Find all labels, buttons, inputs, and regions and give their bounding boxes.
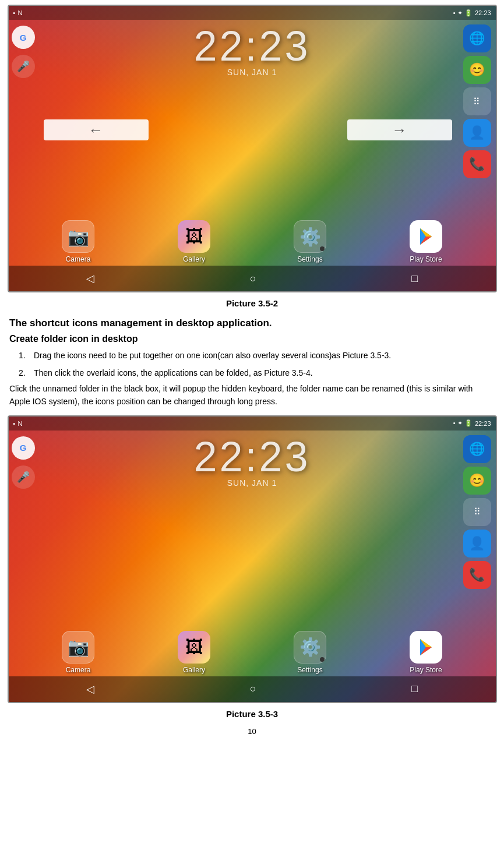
recent-btn-1[interactable]: □ [411,273,418,285]
globe-icon[interactable]: 🌐 [463,24,491,52]
clock-time-2: 22:23 [9,433,496,481]
signal-icon-2: N [17,420,22,427]
phone-icon[interactable]: 📞 [463,150,491,178]
mic-icon-2[interactable]: 🎤 [12,465,35,489]
status-time-1: 22:23 [475,9,491,16]
picture-353-frame: ▪ N ▪ ✦ 🔋 22:23 22:23 SUN, JAN 1 G 🎤 🌐 😊… [8,415,497,703]
smiley-icon-2[interactable]: 😊 [463,467,491,495]
status-bar-1: ▪ N ▪ ✦ 🔋 22:23 [9,6,496,20]
phone-screen-1: ▪ N ▪ ✦ 🔋 22:23 22:23 SUN, JAN 1 G 🎤 🌐 😊… [9,6,496,291]
settings-label-1: Settings [297,255,322,263]
section-title: The shortcut icons management in desktop… [0,313,504,331]
clock-area-2: 22:23 SUN, JAN 1 [9,433,496,488]
status-time-2: 22:23 [475,420,491,427]
playstore-icon-wrap-2 [410,631,442,664]
signal-icon: N [17,9,22,16]
picture-352-frame: ▪ N ▪ ✦ 🔋 22:23 22:23 SUN, JAN 1 G 🎤 🌐 😊… [8,5,497,292]
clock-area-1: 22:23 SUN, JAN 1 [9,22,496,77]
gallery-icon-wrap-2: 🖼 [178,631,210,664]
playstore-label-1: Play Store [410,255,442,263]
nav-bar-2: ◁ ○ □ [9,676,496,702]
page-number: 10 [0,724,504,738]
clock-date-1: SUN, JAN 1 [9,68,496,77]
nav-bar-1: ◁ ○ □ [9,266,496,291]
arrows-row: ← → [44,119,452,140]
clock-time-1: 22:23 [9,22,496,70]
left-arrow: ← [44,119,149,140]
gallery-icon-wrap: 🖼 [178,220,210,253]
settings-dot-1 [320,246,325,251]
left-dock-1: G 🎤 [9,20,38,78]
home-btn-2[interactable]: ○ [250,683,256,695]
app-settings-1[interactable]: ⚙️ Settings [290,220,330,263]
settings-icon-wrap-2: ⚙️ [294,631,326,664]
wifi-icon: ▪ [13,9,16,16]
body-text: Click the unnamed folder in the black bo… [0,382,504,412]
app-gallery-2[interactable]: 🖼 Gallery [174,631,214,674]
settings-label-2: Settings [297,666,322,674]
gallery-label-2: Gallery [183,666,205,674]
ol-text-2: Then click the overlaid icons, the appli… [34,366,313,379]
app-tray-2: 📷 Camera 🖼 Gallery ⚙️ Settings [9,626,496,676]
camera-label-2: Camera [66,666,91,674]
camera-icon-wrap-2: 📷 [62,631,94,664]
camera-label-1: Camera [66,255,91,263]
playstore-label-2: Play Store [410,666,442,674]
app-playstore-2[interactable]: Play Store [406,631,446,674]
ol-num-2: 2. [19,366,30,379]
app-gallery-1[interactable]: 🖼 Gallery [174,220,214,263]
wifi-icon-2: ▪ [13,420,16,427]
globe-icon-2[interactable]: 🌐 [463,435,491,463]
left-dock-2: G 🎤 [9,431,38,489]
caption-353: Picture 3.5-3 [0,703,504,724]
home-btn-1[interactable]: ○ [250,273,256,285]
caption-352: Picture 3.5-2 [0,292,504,313]
status-right-1: ▪ ✦ 🔋 22:23 [453,9,491,17]
back-btn-2[interactable]: ◁ [86,683,94,696]
status-left-2: ▪ N [13,420,23,427]
battery-icon: ▪ ✦ 🔋 [453,9,473,17]
grid-icon[interactable]: ⠿ [463,87,491,115]
ol-item-2: 2. Then click the overlaid icons, the ap… [0,364,504,382]
back-btn-1[interactable]: ◁ [86,272,94,285]
phone-screen-2: ▪ N ▪ ✦ 🔋 22:23 22:23 SUN, JAN 1 G 🎤 🌐 😊… [9,417,496,702]
app-settings-2[interactable]: ⚙️ Settings [290,631,330,674]
playstore-icon-wrap-1 [410,220,442,253]
sub-title: Create folder icon in desktop [0,331,504,347]
ol-num-1: 1. [19,349,30,362]
mic-icon[interactable]: 🎤 [12,55,35,78]
ol-text-1: Drag the icons need to be put together o… [34,349,391,362]
google-icon[interactable]: G [12,26,35,49]
status-bar-2: ▪ N ▪ ✦ 🔋 22:23 [9,417,496,431]
camera-icon-wrap: 📷 [62,220,94,253]
settings-dot-2 [320,657,325,662]
app-camera-2[interactable]: 📷 Camera [58,631,98,674]
settings-icon-wrap: ⚙️ [294,220,326,253]
ol-item-1: 1. Drag the icons need to be put togethe… [0,347,504,364]
clock-date-2: SUN, JAN 1 [9,478,496,488]
status-left-1: ▪ N [13,9,23,16]
status-right-2: ▪ ✦ 🔋 22:23 [453,419,491,427]
grid-icon-2[interactable]: ⠿ [463,498,491,526]
recent-btn-2[interactable]: □ [411,683,418,695]
person-icon-2[interactable]: 👤 [463,530,491,558]
app-playstore-1[interactable]: Play Store [406,220,446,263]
person-icon[interactable]: 👤 [463,119,491,147]
battery-icon-2: ▪ ✦ 🔋 [453,419,473,427]
phone-icon-2[interactable]: 📞 [463,561,491,589]
google-icon-2[interactable]: G [12,436,35,460]
smiley-icon[interactable]: 😊 [463,56,491,84]
app-camera-1[interactable]: 📷 Camera [58,220,98,263]
gallery-label-1: Gallery [183,255,205,263]
app-tray-1: 📷 Camera 🖼 Gallery ⚙️ Settings [9,216,496,266]
right-arrow: → [347,119,452,140]
